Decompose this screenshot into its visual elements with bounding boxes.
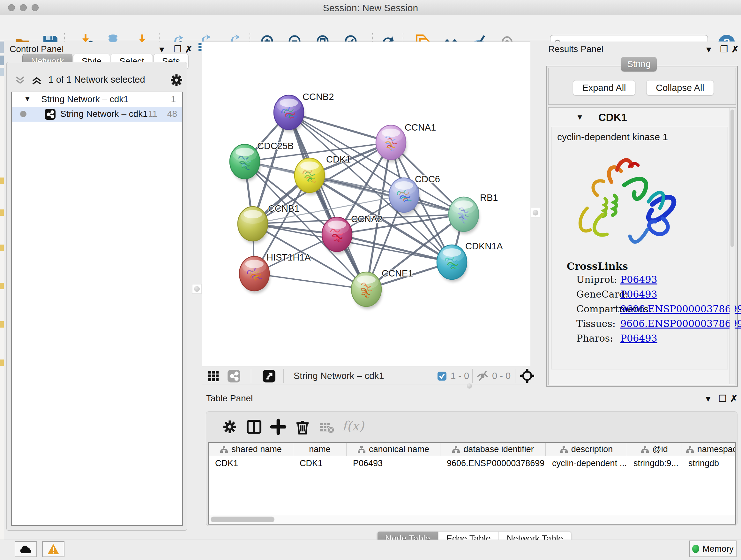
background-window-sliver	[0, 40, 4, 560]
cell-name[interactable]: CDK1	[293, 456, 347, 470]
crosslink-link[interactable]: P06493	[620, 289, 657, 300]
results-scrollbar[interactable]	[730, 108, 735, 384]
node-label-CDC6: CDC6	[415, 174, 440, 184]
node-section-content: cyclin-dependent kinase 1	[551, 127, 728, 369]
memory-label: Memory	[702, 544, 734, 554]
column-header-database-identifier[interactable]: database identifier	[441, 443, 546, 456]
edge-HIST1H1A-CCNE1[interactable]	[254, 273, 366, 289]
crosslink-label: Tissues:	[576, 318, 616, 329]
window-title: Session: New Session	[0, 3, 741, 13]
crosslink-link[interactable]: 9606.ENSP00000378699	[620, 318, 741, 329]
table-container: f(x) shared namenamecanonical namedataba…	[206, 411, 738, 526]
collection-expander-icon[interactable]: ▼	[24, 95, 31, 103]
cell-description[interactable]: cyclin-dependent ...	[546, 456, 627, 470]
tab-string[interactable]: String	[621, 57, 657, 71]
network-view-toolbar: String Network – cdk1 1 - 0 0 - 0	[202, 367, 530, 384]
network-row[interactable]: String Network – cdk1 11 48	[12, 107, 182, 122]
expand-all-button[interactable]: Expand All	[573, 80, 635, 96]
bottom-splitter-handle[interactable]	[465, 382, 474, 389]
network-graph[interactable]: CCNB2CCNA1CDC25BCDK1CDC6RB1CCNB1CCNA2CDK…	[202, 42, 530, 367]
control-panel-float-icon[interactable]: ❒	[174, 44, 182, 55]
left-splitter-handle[interactable]	[192, 284, 202, 294]
results-panel-collapse-icon[interactable]: ▼	[704, 45, 713, 55]
memory-button[interactable]: Memory	[689, 541, 737, 557]
delete-column-icon[interactable]	[294, 419, 311, 435]
network-share-toggle-icon[interactable]	[227, 369, 241, 383]
table-panel-collapse-icon[interactable]: ▼	[704, 394, 712, 404]
right-splitter-handle[interactable]	[531, 208, 540, 217]
cloud-button[interactable]	[15, 541, 37, 557]
window-title-bar: Session: New Session	[0, 0, 741, 15]
cell-canonical-name[interactable]: P06493	[347, 456, 441, 470]
network-canvas[interactable]: CCNB2CCNA1CDC25BCDK1CDC6RB1CCNB1CCNA2CDK…	[202, 42, 530, 367]
cell-namespace[interactable]: stringdb	[682, 456, 736, 470]
node-CCNE1[interactable]	[351, 272, 382, 309]
network-collection-list: ▼ String Network – cdk1 1 String Network…	[11, 91, 183, 526]
crosslink-link[interactable]: P06493	[620, 274, 657, 285]
results-panel-title: Results Panel	[548, 44, 603, 54]
node-CCNB2[interactable]	[274, 95, 305, 132]
network-list-toolbar: 1 of 1 Network selected	[7, 71, 187, 89]
cell-shared-name[interactable]: CDK1	[209, 456, 293, 470]
node-table-row[interactable]: CDK1CDK1P064939606.ENSP00000378699cyclin…	[209, 456, 735, 470]
node-label-CDKN1A: CDKN1A	[465, 241, 503, 251]
network-share-icon	[44, 109, 56, 120]
column-header--id[interactable]: @id	[627, 443, 682, 456]
network-options-gear-icon[interactable]	[170, 73, 184, 87]
node-section-header[interactable]: ▼ CDK1	[549, 108, 730, 126]
column-header-canonical-name[interactable]: canonical name	[347, 443, 441, 456]
cell--id[interactable]: stringdb:9...	[627, 456, 682, 470]
birds-eye-view-icon[interactable]	[207, 370, 219, 382]
open-in-window-icon[interactable]	[262, 369, 276, 383]
crosslink-link[interactable]: 9606.ENSP00000378699	[620, 303, 741, 314]
control-panel-collapse-icon[interactable]: ▼	[158, 45, 166, 55]
table-panel-title: Table Panel	[206, 393, 253, 403]
network-collection-row[interactable]: ▼ String Network – cdk1 1	[12, 92, 182, 107]
results-panel-float-icon[interactable]: ❒	[720, 44, 728, 55]
node-CDK1[interactable]	[294, 158, 325, 195]
node-RB1[interactable]	[449, 197, 479, 234]
node-CDKN1A[interactable]	[437, 245, 468, 282]
column-header-name[interactable]: name	[293, 443, 347, 456]
table-horizontal-scrollbar[interactable]	[208, 515, 736, 524]
column-header-namespace[interactable]: namespace	[682, 443, 736, 456]
node-label-RB1: RB1	[480, 192, 498, 203]
string-results-container: Expand All Collapse All ▼ CDK1 cyclin-de…	[546, 66, 738, 387]
control-panel-close-icon[interactable]: ✗	[185, 44, 192, 55]
add-column-icon[interactable]	[270, 419, 286, 435]
memory-status-icon	[692, 545, 699, 553]
network-selection-status: 1 of 1 Network selected	[7, 74, 187, 85]
collection-label: String Network – cdk1	[41, 94, 129, 105]
protein-structure-image	[567, 147, 701, 256]
node-label-CDK1: CDK1	[326, 154, 351, 165]
string-node-panel: ▼ CDK1 cyclin-dependent kinase 1	[548, 107, 736, 385]
status-bar: Memory	[0, 540, 741, 560]
column-header-description[interactable]: description	[546, 443, 627, 456]
control-panel-title: Control Panel	[10, 44, 64, 54]
node-label-CCNE1: CCNE1	[382, 268, 413, 278]
cell-database-identifier[interactable]: 9606.ENSP00000378699	[441, 456, 546, 470]
results-panel: Results Panel ▼ ❒ ✗ String Expand All Co…	[542, 42, 741, 389]
fit-selected-crosshair-icon[interactable]	[520, 369, 534, 383]
crosslink-link[interactable]: P06493	[620, 333, 657, 344]
table-panel-close-icon[interactable]: ✗	[730, 393, 738, 404]
selected-checkbox-icon[interactable]	[437, 371, 447, 381]
node-CCNA1[interactable]	[376, 125, 407, 162]
show-columns-icon[interactable]	[246, 419, 262, 435]
node-CCNB1[interactable]	[238, 206, 268, 244]
table-options-gear-icon[interactable]	[221, 419, 238, 435]
node-table[interactable]: shared namenamecanonical namedatabase id…	[208, 442, 736, 515]
toolbar-separator	[472, 369, 473, 383]
collapse-all-button[interactable]: Collapse All	[646, 80, 714, 96]
results-panel-close-icon[interactable]: ✗	[731, 44, 739, 55]
warning-icon	[47, 543, 60, 555]
edge-CCNB2-CCNE1[interactable]	[289, 112, 366, 289]
hidden-node-edge-count: 0 - 0	[492, 371, 511, 381]
node-CCNA2[interactable]	[322, 217, 353, 254]
node-CDC25B[interactable]	[230, 144, 260, 181]
node-section-expander-icon[interactable]: ▼	[576, 113, 584, 122]
column-header-shared-name[interactable]: shared name	[209, 443, 293, 456]
table-panel-float-icon[interactable]: ❒	[719, 393, 727, 404]
warnings-button[interactable]	[42, 541, 64, 557]
node-HIST1H1A[interactable]	[239, 256, 270, 294]
